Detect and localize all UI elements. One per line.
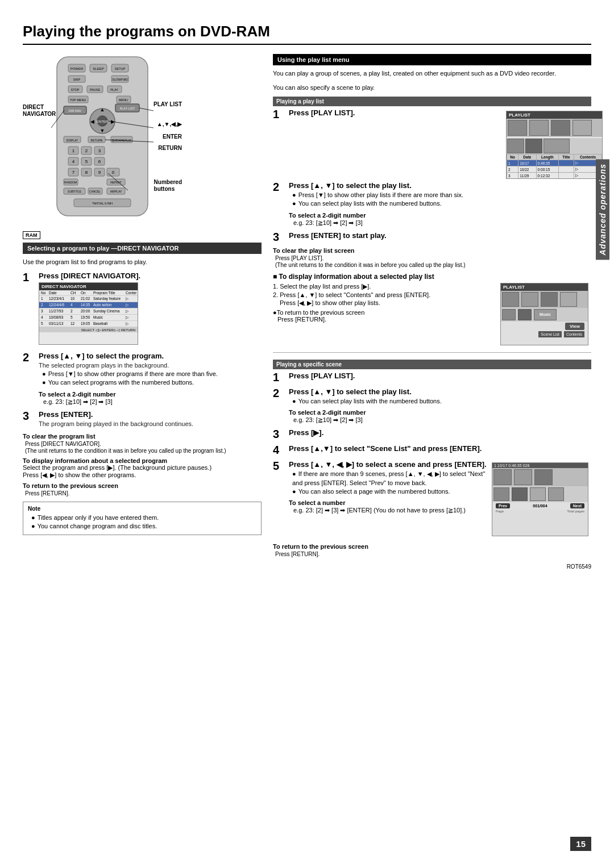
- step-2-title: Press [▲, ▼] to select the program.: [39, 352, 262, 360]
- direct-navigator-label: DIRECT NAVIGATOR: [23, 104, 56, 118]
- svg-text:SLOW/FWD: SLOW/FWD: [112, 78, 128, 81]
- section-divider: [273, 352, 591, 353]
- note-bullet-2: You cannot change program and disc title…: [31, 522, 256, 531]
- direct-nav-screen: DIRECT NAVIGATOR No Date CH On Program T…: [39, 282, 138, 345]
- svg-text:1: 1: [72, 148, 75, 153]
- playlist-table: NoDateLengthTitleContents 110/170:46:35▷…: [507, 154, 602, 179]
- left-step-1: 1 Press [DIRECT NAVIGATOR]. DIRECT NAVIG…: [23, 272, 262, 347]
- svg-text:TOP MENU: TOP MENU: [70, 98, 86, 102]
- play-list-intro1: You can play a group of scenes, a play l…: [273, 69, 591, 78]
- play-list-menu-header: Using the play list menu: [273, 54, 591, 65]
- product-code: ROT6549: [273, 564, 591, 570]
- svg-text:AIRPLAY: AIRPLAY: [110, 190, 122, 193]
- specific-step-num-3: 3: [273, 428, 285, 440]
- dn-row: No Date CH On Program Title Contents: [39, 290, 138, 296]
- svg-text:9: 9: [98, 170, 101, 175]
- specific-step-num-5: 5: [273, 460, 285, 471]
- specific-step-5-example: e.g. 23: [2] ➡ [3] ➡ [ENTER] (You do not…: [293, 507, 466, 514]
- svg-text:DIR.NAV: DIR.NAV: [69, 109, 81, 112]
- right-step-2-title: Press [▲, ▼] to select the play list.: [289, 181, 591, 190]
- scene-list-btn[interactable]: Scene List: [538, 331, 562, 337]
- specific-step-2-title: Press [▲, ▼] to select the play list.: [289, 387, 591, 396]
- right-step-1: 1 Press [PLAY LIST].: [273, 108, 489, 120]
- step-num-3: 3: [23, 410, 35, 422]
- specific-step-3: 3 Press [▶].: [273, 428, 591, 440]
- to-clear-playlist-note: (The unit returns to the condition it wa…: [275, 262, 591, 268]
- step-1-title: Press [DIRECT NAVIGATOR].: [39, 272, 262, 280]
- dn-screen-header: DIRECT NAVIGATOR: [39, 283, 138, 290]
- view-btn[interactable]: View: [565, 323, 584, 330]
- left-step-2: 2 Press [▲, ▼] to select the program. Th…: [23, 352, 262, 406]
- right-step-3: 3 Press [ENTER] to start play.: [273, 231, 591, 243]
- step-2-bullet-2: You can select programs with the numbere…: [42, 378, 262, 387]
- step-2-bullet-1: Press [▼] to show other programs if ther…: [42, 370, 262, 378]
- display-info-step2b: Press [◀, ▶] to show other play lists.: [280, 299, 495, 307]
- display-info-return: ●To return to the previous screen: [273, 309, 495, 316]
- to-return-final-label: To return to the previous screen: [273, 543, 591, 550]
- to-clear-playlist-section: To clear the play list screen Press [PLA…: [273, 247, 591, 268]
- to-clear-playlist-label: To clear the play list screen: [273, 247, 591, 254]
- remote-diagram: POWER SLEEP SETUP SKIP SLOW/FWD STOP PAU…: [23, 54, 182, 224]
- page-title: Playing the programs on DVD-RAM: [23, 23, 591, 45]
- dn-row: 5 03/11/13 12 19:05 Baseball ▷: [39, 321, 138, 327]
- step-3-detail: The program being played in the backgrou…: [39, 420, 262, 428]
- dn-row-selected: 2 12/24/4/6 4 14:35 Auto action ▷: [39, 302, 138, 308]
- contents-btn[interactable]: Contents: [564, 331, 584, 337]
- svg-text:3: 3: [98, 148, 101, 153]
- selecting-header: Selecting a program to play —DIRECT NAVI…: [23, 243, 262, 254]
- svg-text:RETURN: RETURN: [91, 139, 103, 142]
- right-step-2-bullet-1: Press [▼] to show other play lists if th…: [292, 191, 591, 199]
- prev-btn[interactable]: Prev: [496, 503, 510, 508]
- specific-step-2-example: e.g. 23: [≧10] ➡ [2] ➡ [3]: [293, 416, 363, 423]
- specific-step-5-title: Press [▲, ▼, ◀, ▶] to select a scene and…: [289, 460, 487, 469]
- note-box: Note Titles appear only if you have ente…: [23, 502, 262, 535]
- scene-screen: 1 10/17 0:46:35 028: [492, 462, 588, 536]
- right-step-2-example: e.g. 23: [≧10] ➡ [2] ➡ [3]: [293, 219, 363, 226]
- step-3-title: Press [ENTER].: [39, 410, 262, 419]
- to-clear-label: To clear the program list: [23, 433, 262, 440]
- specific-step-num-4: 4: [273, 444, 285, 456]
- dn-row: 3 11/27/93 2 20:00 Sunday Cinema ▷: [39, 308, 138, 315]
- to-display-text: Select the program and press [▶]. (The b…: [23, 464, 262, 471]
- svg-text:SUBTITLE: SUBTITLE: [68, 190, 82, 193]
- ram-badge: RAM: [23, 231, 40, 239]
- display-info-section: ■ To display information about a selecte…: [273, 273, 591, 345]
- scene-info-line: 1 10/17 0:46:35 028: [492, 463, 588, 468]
- svg-text:*INITIAL  0.INH: *INITIAL 0.INH: [92, 202, 113, 205]
- specific-step-num-2: 2: [273, 387, 285, 399]
- specific-step-4-title: Press [▲,▼] to select "Scene List" and p…: [289, 444, 591, 453]
- left-step-3: 3 Press [ENTER]. The program being playe…: [23, 410, 262, 428]
- note-title: Note: [28, 506, 256, 512]
- step-num-1: 1: [23, 272, 35, 283]
- enter-label: ENTER: [163, 133, 182, 140]
- to-return-text: Press [RETURN].: [25, 490, 69, 496]
- svg-text:2: 2: [85, 148, 88, 153]
- svg-text:0: 0: [112, 170, 115, 175]
- svg-text:SETUP: SETUP: [115, 67, 126, 70]
- step-num-2: 2: [23, 352, 35, 363]
- right-step-2: 2 Press [▲, ▼] to select the play list. …: [273, 181, 591, 227]
- svg-text:RANDOM: RANDOM: [64, 181, 77, 184]
- advanced-operations-label: Advanced operations: [596, 159, 609, 260]
- display-info-return-text: Press [RETURN].: [277, 316, 495, 323]
- specific-step-5-bullet-2: You can also select a page with the numb…: [292, 487, 487, 496]
- to-display-text2: Press [◀, ▶] to show the other programs.: [23, 471, 262, 479]
- svg-text:POWER: POWER: [70, 67, 84, 70]
- specific-step-2: 2 Press [▲, ▼] to select the play list. …: [273, 387, 591, 424]
- svg-text:PLAY LIST: PLAY LIST: [120, 107, 135, 110]
- to-return-final-section: To return to the previous screen Press […: [273, 543, 591, 558]
- specific-step-3-title: Press [▶].: [289, 428, 591, 437]
- svg-text:◀: ◀: [90, 119, 94, 124]
- specific-step-5-area: 5 Press [▲, ▼, ◀, ▶] to select a scene a…: [273, 460, 591, 539]
- specific-step-4: 4 Press [▲,▼] to select "Scene List" and…: [273, 444, 591, 456]
- to-return-final-text: Press [RETURN].: [275, 551, 320, 557]
- svg-text:PLAY: PLAY: [110, 88, 118, 91]
- display-info-header: ■ To display information about a selecte…: [273, 273, 591, 281]
- playing-play-list-header: Playing a play list: [273, 97, 591, 106]
- to-display-label: To display information about a selected …: [23, 457, 262, 464]
- next-btn[interactable]: Next: [570, 503, 584, 508]
- to-clear-note: (The unit returns to the condition it wa…: [25, 448, 262, 454]
- to-clear-section: To clear the program list Press [DIRECT …: [23, 433, 262, 454]
- svg-text:4: 4: [72, 159, 75, 164]
- specific-step-1: 1 Press [PLAY LIST].: [273, 372, 591, 383]
